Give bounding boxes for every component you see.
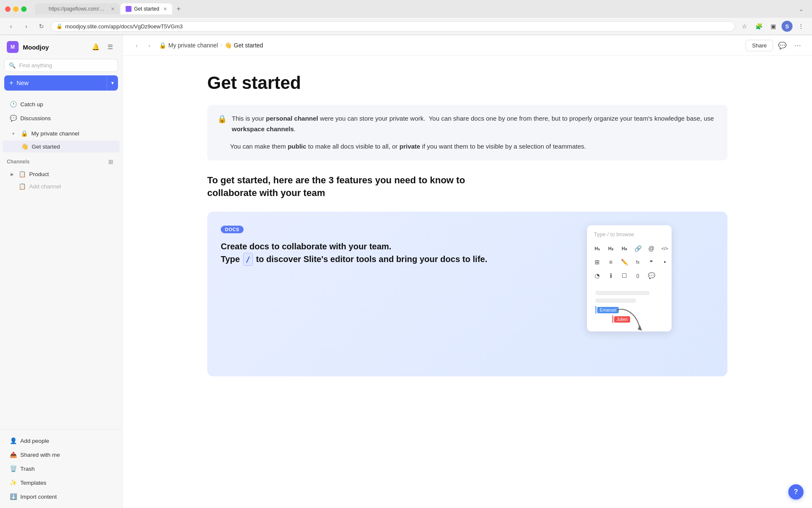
bullet-icon[interactable]: • bbox=[659, 256, 671, 268]
callout-text-2: You can make them public to make all doc… bbox=[230, 141, 586, 152]
breadcrumb-doc-name: Get started bbox=[234, 42, 263, 49]
doc-title: Get started bbox=[207, 73, 727, 93]
new-btn-main[interactable]: + New bbox=[4, 75, 107, 91]
breadcrumb-channel[interactable]: 🔒 My private channel bbox=[159, 42, 218, 49]
sidebar-bottom: 👤 Add people 📤 Shared with me 🗑️ Trash ✨… bbox=[0, 429, 122, 508]
card-text: Create docs to collaborate with your tea… bbox=[221, 240, 577, 266]
sidebar-item-discussions[interactable]: 💬 Discussions bbox=[3, 111, 120, 125]
nav-actions: ☆ 🧩 ▣ S ⋮ bbox=[738, 20, 807, 32]
lock-channel-icon: 🔒 bbox=[20, 130, 28, 137]
sidebar-nav: 🕐 Catch up 💬 Discussions ▾ 🔒 My private … bbox=[0, 96, 122, 425]
doc-forward-btn[interactable]: › bbox=[144, 40, 155, 51]
add-people-icon: 👤 bbox=[9, 437, 17, 444]
h3-icon[interactable]: H₃ bbox=[618, 243, 630, 254]
breadcrumb-channel-lock-icon: 🔒 bbox=[159, 42, 166, 49]
minimize-window-btn[interactable] bbox=[13, 6, 19, 12]
doc-callout: 🔒 This is your personal channel were you… bbox=[207, 105, 727, 160]
sidebar-item-trash[interactable]: 🗑️ Trash bbox=[3, 462, 120, 475]
comment-btn[interactable]: 💬 bbox=[776, 39, 788, 51]
help-button[interactable]: ? bbox=[788, 484, 804, 500]
draw-icon[interactable]: ✏️ bbox=[618, 256, 630, 268]
add-channel-action-btn[interactable]: ⊞ bbox=[106, 157, 115, 166]
browser-titlebar: https://pageflows.com/_email... ✕ Get st… bbox=[0, 0, 812, 18]
sidebar-item-get-started[interactable]: 👋 Get started bbox=[3, 141, 120, 152]
info-icon[interactable]: ℹ bbox=[605, 270, 617, 282]
list-icon[interactable]: ≡ bbox=[605, 256, 617, 268]
sidebar-item-add-channel[interactable]: 📋 Add channel bbox=[3, 180, 120, 192]
catchup-label: Catch up bbox=[20, 101, 43, 108]
sidebar-item-shared-with-me[interactable]: 📤 Shared with me bbox=[3, 448, 120, 461]
sidebar-item-add-people[interactable]: 👤 Add people bbox=[3, 434, 120, 447]
code-icon[interactable]: </> bbox=[659, 243, 671, 254]
catchup-icon: 🕐 bbox=[9, 100, 17, 108]
collab-line-2 bbox=[595, 298, 636, 303]
browser-expand-btn[interactable]: ⌄ bbox=[799, 6, 807, 12]
feature-card: DOCS Create docs to collaborate with you… bbox=[207, 212, 727, 376]
trash-label: Trash bbox=[20, 466, 35, 472]
maximize-window-btn[interactable] bbox=[21, 6, 27, 12]
browser-tabs: https://pageflows.com/_email... ✕ Get st… bbox=[35, 3, 807, 14]
quote-icon[interactable]: ❝ bbox=[645, 256, 657, 268]
reload-btn[interactable]: ↻ bbox=[36, 20, 47, 32]
card-right: Type / to browse H₁ H₂ H₃ 🔗 @ </> ⊞ ≡ ✏️… bbox=[587, 225, 714, 363]
sidebar-search[interactable]: 🔍 Find anything bbox=[4, 59, 118, 72]
new-btn-label: New bbox=[16, 80, 28, 86]
h2-icon[interactable]: H₂ bbox=[605, 243, 617, 254]
mention-icon[interactable]: @ bbox=[645, 243, 657, 254]
sidebar-item-my-private-channel[interactable]: ▾ 🔒 My private channel bbox=[3, 127, 120, 140]
link-icon[interactable]: 🔗 bbox=[632, 243, 644, 254]
new-button[interactable]: + New ▾ bbox=[4, 75, 118, 91]
share-button[interactable]: Share bbox=[746, 40, 773, 51]
new-tab-btn[interactable]: + bbox=[173, 3, 184, 14]
code-block-icon[interactable]: {} bbox=[632, 270, 644, 282]
bookmark-btn[interactable]: ☆ bbox=[738, 20, 750, 32]
address-bar[interactable]: 🔒 moodjoy.slite.com/app/docs/VgDz9oewT5V… bbox=[51, 21, 735, 32]
more-options-btn[interactable]: ⋯ bbox=[792, 39, 804, 51]
tab-pageflows[interactable]: https://pageflows.com/_email... ✕ bbox=[35, 3, 120, 14]
workspace-logo[interactable]: M bbox=[7, 41, 19, 53]
notification-btn[interactable]: 🔔 bbox=[90, 41, 101, 52]
extensions-btn[interactable]: 🧩 bbox=[753, 20, 765, 32]
add-channel-icon: 📋 bbox=[19, 183, 26, 190]
channels-section: Channels ⊞ bbox=[0, 153, 122, 168]
import-icon: ⬇️ bbox=[9, 493, 17, 500]
checkbox-icon[interactable]: ☐ bbox=[618, 270, 630, 282]
back-btn[interactable]: ‹ bbox=[5, 20, 17, 32]
close-window-btn[interactable] bbox=[5, 6, 11, 12]
expand-icon: ▾ bbox=[9, 130, 17, 137]
sidebar-item-catchup[interactable]: 🕐 Catch up bbox=[3, 97, 120, 111]
comment-slash-icon[interactable]: 💬 bbox=[645, 270, 657, 282]
slash-badge: / bbox=[243, 253, 253, 266]
cursor-line-1 bbox=[595, 306, 596, 314]
sidebar-item-import[interactable]: ⬇️ Import content bbox=[3, 490, 120, 503]
discussions-icon: 💬 bbox=[9, 114, 17, 122]
new-btn-dropdown[interactable]: ▾ bbox=[107, 76, 118, 90]
search-input-area[interactable]: 🔍 Find anything bbox=[4, 59, 118, 72]
plus-icon: + bbox=[9, 79, 13, 87]
trash-icon: 🗑️ bbox=[9, 465, 17, 472]
add-channel-label: Add channel bbox=[29, 183, 61, 190]
slash-menu-grid: H₁ H₂ H₃ 🔗 @ </> ⊞ ≡ ✏️ fx ❝ • bbox=[591, 243, 667, 282]
sidebar-item-product[interactable]: ▶ 📋 Product bbox=[3, 168, 120, 180]
search-icon: 🔍 bbox=[9, 62, 16, 69]
sidebar-btn[interactable]: ▣ bbox=[767, 20, 779, 32]
sidebar-item-templates[interactable]: ✨ Templates bbox=[3, 476, 120, 489]
doc-area[interactable]: Get started 🔒 This is your personal chan… bbox=[123, 56, 812, 508]
doc-back-btn[interactable]: ‹ bbox=[131, 40, 142, 51]
tab-close-active-btn[interactable]: ✕ bbox=[163, 6, 167, 12]
tab-title: https://pageflows.com/_email... bbox=[49, 6, 107, 12]
menu-btn[interactable]: ⋮ bbox=[795, 20, 807, 32]
circle-icon[interactable]: ◔ bbox=[591, 270, 603, 282]
private-channel-label: My private channel bbox=[31, 130, 79, 137]
table-icon[interactable]: ⊞ bbox=[591, 256, 603, 268]
forward-btn[interactable]: › bbox=[20, 20, 32, 32]
product-channel-icon: 📋 bbox=[19, 171, 26, 177]
h1-icon[interactable]: H₁ bbox=[591, 243, 603, 254]
tab-get-started[interactable]: Get started ✕ bbox=[121, 3, 172, 14]
sidebar-toggle-btn[interactable]: ☰ bbox=[104, 41, 115, 52]
formula-icon[interactable]: fx bbox=[632, 256, 644, 268]
search-placeholder: Find anything bbox=[19, 62, 52, 69]
account-btn[interactable]: S bbox=[782, 21, 793, 32]
tab-close-btn[interactable]: ✕ bbox=[111, 6, 115, 12]
product-label: Product bbox=[29, 171, 49, 177]
